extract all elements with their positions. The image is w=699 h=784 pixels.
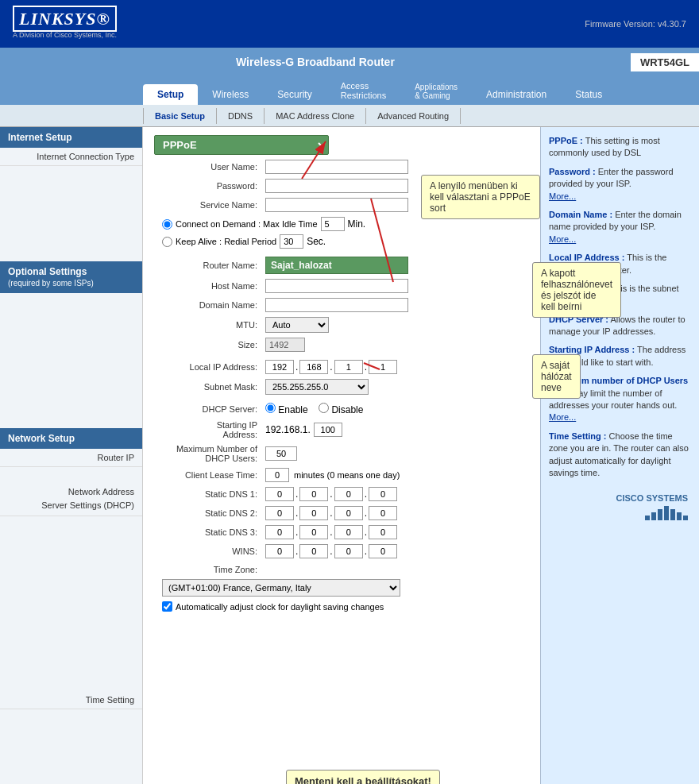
timezone-label: Time Zone: — [154, 565, 265, 574]
min-label: Min. — [348, 218, 366, 230]
timezone-label-row: Time Zone: — [154, 565, 529, 574]
sidebar-item-router-ip: Router IP — [0, 449, 142, 467]
connect-on-demand-label: Connect on Demand : Max Idle Time — [176, 219, 318, 229]
sub-nav-bar: Basic Setup DDNS MAC Address Clone Advan… — [0, 105, 699, 127]
sidebar-section-optional-settings: Optional Settings(required by some ISPs) — [0, 261, 142, 293]
client-lease-label: Client Lease Time: — [154, 470, 265, 480]
max-idle-time-input[interactable] — [321, 217, 345, 231]
top-header: LINKSYS® A Division of Cisco Systems, In… — [0, 0, 699, 48]
size-label: Size: — [154, 340, 265, 350]
mtu-row: MTU: Auto Manual — [154, 317, 529, 333]
subnav-ddns[interactable]: DDNS — [217, 108, 265, 124]
local-ip-oct3[interactable] — [334, 360, 363, 374]
tab-applications-gaming[interactable]: Applications& Gaming — [400, 78, 472, 105]
tab-wireless[interactable]: Wireless — [198, 84, 263, 105]
wins-row: WINS: . . . — [154, 544, 529, 558]
mtu-label: MTU: — [154, 320, 265, 330]
subnav-basic-setup[interactable]: Basic Setup — [143, 108, 217, 124]
dns2-oct4[interactable] — [369, 506, 397, 520]
static-dns3-group: . . . — [265, 525, 397, 539]
info-password-more[interactable]: More... — [549, 191, 576, 201]
callout-pppoe: A lenyíló menüben ki kell választani a P… — [421, 175, 540, 219]
dns3-oct4[interactable] — [369, 525, 397, 539]
tab-administration[interactable]: Administration — [472, 84, 561, 105]
local-ip-oct4[interactable] — [369, 360, 397, 374]
router-model: WRT54GL — [631, 53, 699, 71]
dns1-oct4[interactable] — [369, 487, 397, 501]
keep-alive-label: Keep Alive : Redial Period — [176, 237, 276, 246]
subnet-mask-label: Subnet Mask: — [154, 382, 265, 392]
info-max-dhcp-more[interactable]: More... — [549, 412, 576, 422]
keep-alive-row: Keep Alive : Redial Period Sec. — [162, 234, 529, 249]
connection-type-row: PPPoE Automatic Configuration - DHCP Sta… — [154, 135, 529, 155]
password-input[interactable] — [265, 179, 408, 193]
host-name-label: Host Name: — [154, 281, 265, 291]
sec-label: Sec. — [307, 236, 326, 247]
dns1-oct1[interactable] — [265, 487, 294, 501]
dhcp-enable-radio[interactable] — [265, 403, 276, 413]
service-name-input[interactable] — [265, 198, 408, 212]
dhcp-disable-radio[interactable] — [319, 403, 329, 413]
auto-adjust-label: Automatically adjust clock for daylight … — [176, 602, 384, 612]
subnav-mac-address-clone[interactable]: MAC Address Clone — [265, 108, 366, 124]
static-dns2-label: Static DNS 2: — [154, 508, 265, 518]
dns2-oct1[interactable] — [265, 506, 294, 520]
info-panel: PPPoE : This setting is most commonly us… — [540, 127, 699, 784]
dns2-oct3[interactable] — [334, 506, 363, 520]
subnet-mask-row: Subnet Mask: 255.255.255.0 255.255.0.0 2… — [154, 379, 529, 395]
router-name-input[interactable] — [265, 257, 408, 274]
domain-name-row: Domain Name: — [154, 298, 529, 312]
keep-alive-radio[interactable] — [162, 237, 172, 247]
dns1-oct3[interactable] — [334, 487, 363, 501]
max-dhcp-input[interactable] — [265, 446, 297, 461]
cisco-bars-icon — [645, 506, 688, 520]
cisco-logo: CISCO SYSTEMS — [549, 485, 691, 525]
tab-status[interactable]: Status — [561, 84, 616, 105]
dns3-oct2[interactable] — [299, 525, 328, 539]
tab-access-restrictions[interactable]: AccessRestrictions — [326, 76, 400, 105]
wins-group: . . . — [265, 544, 397, 558]
dhcp-disable-label: Disable — [331, 404, 363, 415]
wins-oct1[interactable] — [265, 544, 294, 558]
connection-type-select[interactable]: PPPoE Automatic Configuration - DHCP Sta… — [154, 135, 329, 155]
dns2-oct2[interactable] — [299, 506, 328, 520]
local-ip-oct2[interactable] — [299, 360, 328, 374]
host-name-input[interactable] — [265, 279, 408, 293]
subnet-mask-select[interactable]: 255.255.255.0 255.255.0.0 255.0.0.0 — [265, 379, 369, 395]
info-domain-more[interactable]: More... — [549, 234, 576, 244]
starting-ip-last-input[interactable] — [314, 423, 342, 437]
client-lease-row: Client Lease Time: minutes (0 means one … — [154, 468, 529, 482]
sidebar: Internet Setup Internet Connection Type … — [0, 127, 143, 784]
sidebar-item-internet-connection-type: Internet Connection Type — [0, 148, 142, 166]
wins-oct2[interactable] — [299, 544, 328, 558]
sidebar-section-network-setup: Network Setup — [0, 428, 142, 449]
callout-router-name: A saját hálózat neve — [532, 354, 581, 399]
info-time: Time Setting : Choose the time zone you … — [549, 431, 691, 480]
local-ip-oct1[interactable] — [265, 360, 294, 374]
timezone-select[interactable]: (GMT+01:00) France, Germany, Italy — [162, 579, 400, 597]
dns3-oct3[interactable] — [334, 525, 363, 539]
local-ip-row: Local IP Address: . . . — [154, 360, 529, 374]
service-name-label: Service Name: — [154, 200, 265, 210]
router-title-bar: Wireless-G Broadband Router WRT54GL — [0, 48, 699, 76]
domain-name-input[interactable] — [265, 298, 408, 312]
wins-oct4[interactable] — [369, 544, 397, 558]
wins-oct3[interactable] — [334, 544, 363, 558]
dhcp-server-row: DHCP Server: Enable Disable — [154, 403, 529, 415]
static-dns3-row: Static DNS 3: . . . — [154, 525, 529, 539]
dhcp-server-label: DHCP Server: — [154, 404, 265, 414]
mtu-select[interactable]: Auto Manual — [265, 317, 329, 333]
redial-period-input[interactable] — [280, 234, 303, 249]
client-lease-input[interactable] — [265, 468, 289, 482]
subnav-advanced-routing[interactable]: Advanced Routing — [366, 108, 461, 124]
local-ip-label: Local IP Address: — [154, 362, 265, 372]
dns1-oct2[interactable] — [299, 487, 328, 501]
sidebar-section-internet-setup: Internet Setup — [0, 127, 142, 148]
dns3-oct1[interactable] — [265, 525, 294, 539]
tab-security[interactable]: Security — [263, 84, 326, 105]
connect-on-demand-radio[interactable] — [162, 219, 172, 230]
tab-setup[interactable]: Setup — [143, 84, 198, 105]
auto-adjust-checkbox[interactable] — [162, 601, 172, 612]
callout-save: Menteni kell a beállításokat! — [286, 770, 440, 784]
username-input[interactable] — [265, 160, 408, 174]
